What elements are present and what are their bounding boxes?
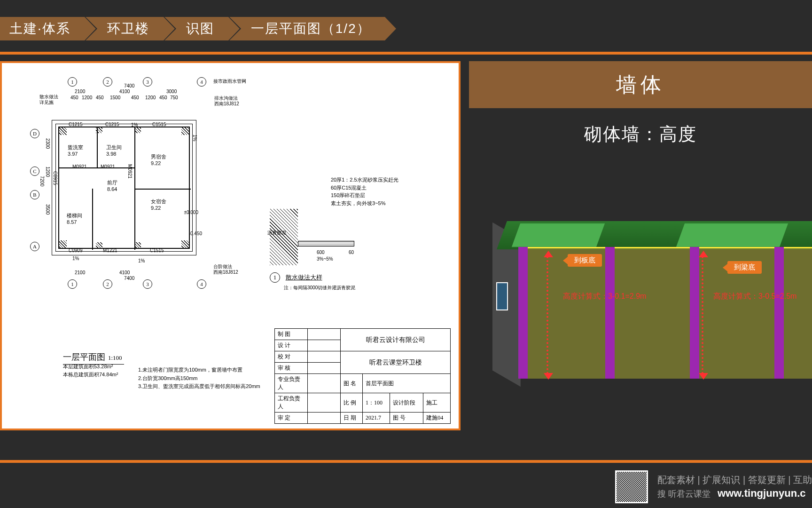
grid-bubble-C: C: [30, 167, 39, 176]
dim: 450: [159, 95, 167, 100]
door-tag: M0921: [127, 164, 133, 179]
main-content: 1 2 3 4 A B C D 2100 4100 3000 7400 450 …: [0, 61, 812, 452]
slope-label: 1%: [192, 135, 197, 141]
step-ref: 西南18J812: [213, 269, 238, 276]
grid-bubble-1: 1: [68, 77, 77, 87]
dim-left: 1200: [45, 167, 50, 177]
grid-bubble-4b: 4: [197, 279, 206, 289]
window: [496, 282, 508, 310]
dim-left: 2300: [45, 138, 50, 149]
window-tag: C1515: [152, 122, 166, 127]
callout-to-beam: 到梁底: [727, 261, 762, 274]
soil-hatch: [270, 209, 298, 265]
column-hatch: [134, 127, 141, 133]
dim-top-total: 7400: [124, 83, 134, 88]
dim: 450: [131, 95, 139, 100]
room-toilet: 卫生间3.98: [106, 144, 122, 157]
dim-top: 3000: [166, 89, 177, 94]
grid-bubble-4: 4: [197, 77, 206, 87]
dim-top: 2100: [75, 89, 85, 94]
building-roof: [497, 221, 812, 249]
qr-code[interactable]: [615, 470, 648, 503]
floor-plan-panel: 1 2 3 4 A B C D 2100 4100 3000 7400 450 …: [0, 61, 461, 430]
footer-url: 搜 听君云课堂 www.tingjunyun.c: [657, 486, 812, 501]
dim-left-total: 7200: [39, 176, 45, 186]
grid-bubble-3: 3: [143, 77, 152, 87]
dim: 1200: [82, 95, 92, 100]
pipe-note: 接市政雨水管网: [213, 78, 246, 85]
detail-dim: 60: [349, 250, 354, 255]
detail-title: 1 散水做法大样: [270, 272, 420, 283]
section-subtitle: 砌体墙：高度: [469, 122, 812, 146]
grid-bubble-3b: 3: [143, 279, 152, 289]
height-formula-1: 高度计算式：3-0.1=2.9m: [563, 292, 646, 302]
wall: [92, 189, 93, 250]
column-hatch: [96, 242, 102, 249]
grid-bubble-B: B: [30, 190, 39, 199]
wall: [97, 127, 98, 167]
column: [605, 247, 615, 379]
height-formula-2: 高度计算式：3-0.5=2.5m: [713, 292, 796, 302]
model-3d: 到板底 到梁底 高度计算式：3-0.1=2.9m 高度计算式：3-0.5=2.5…: [469, 193, 812, 430]
detail-footnote: 注：每间隔3000切缝并灌沥青胶泥: [284, 285, 420, 291]
footer: 配套素材 | 扩展知识 | 答疑更新 | 互助 搜 听君云课堂 www.ting…: [615, 466, 812, 508]
column-hatch: [96, 127, 102, 133]
detail-drawing: 600 60 3%~5% 沥青胶泥: [270, 195, 364, 265]
wall: [59, 167, 134, 168]
plan-notes: 1.未注明者门限宽度为100mm，窗居墙中布置 2.台阶宽300mm高150mm…: [138, 366, 260, 391]
column: [690, 247, 699, 379]
building-model: 到板底 到梁底 高度计算式：3-0.1=2.9m 高度计算式：3-0.5=2.5…: [478, 221, 812, 400]
column: [518, 247, 528, 379]
dim-bot-total: 7400: [124, 276, 134, 281]
grid-bubble-D: D: [30, 129, 39, 138]
dim: 450: [70, 95, 78, 100]
room-male-dorm: 男宿舍9.22: [151, 153, 166, 166]
asphalt-label: 沥青胶泥: [267, 230, 286, 236]
elev-drop: -0.450: [189, 231, 202, 236]
window-tag: C1215: [105, 122, 119, 127]
slope-label: 1%: [138, 258, 145, 263]
building-wall: [518, 247, 812, 379]
dim-top: 4100: [119, 89, 130, 94]
ref-note: 西南18J812: [214, 101, 239, 107]
dim-bot: 2100: [75, 270, 85, 275]
wall: [134, 127, 135, 250]
height-arrow-2: [702, 256, 703, 374]
detail-dim: 600: [317, 250, 325, 255]
detail-ref: 详见施: [39, 99, 54, 106]
floor-plan: 1 2 3 4 A B C D 2100 4100 3000 7400 450 …: [49, 72, 227, 308]
title-block: 制 图听君云设计有限公司 设 计 校 对听君云课堂环卫楼 审 核 专业负责人图 …: [274, 328, 451, 424]
slope-label: 1%: [72, 256, 79, 261]
plan-outline: 盥洗室3.97 卫生间3.98 男宿舍9.22 前厅8.64 女宿舍9.22 楼…: [58, 127, 190, 249]
slab-layer: [298, 241, 354, 246]
links-row[interactable]: 配套素材 | 扩展知识 | 答疑更新 | 互助: [657, 473, 812, 486]
dim-left: 3500: [45, 204, 50, 214]
elev-zero: ±0.000: [184, 210, 198, 215]
grid-bubble-1b: 1: [68, 279, 77, 289]
breadcrumb-nav: 土建·体系 环卫楼 识图 一层平面图（1/2）: [0, 17, 385, 40]
crumb-system[interactable]: 土建·体系: [0, 17, 85, 40]
footer-links: 配套素材 | 扩展知识 | 答疑更新 | 互助 搜 听君云课堂 www.ting…: [657, 473, 812, 501]
column-hatch: [134, 242, 141, 249]
company-name: 听君云设计有限公司: [341, 329, 451, 351]
divider-top: [0, 52, 812, 55]
grid-bubble-A: A: [30, 242, 39, 251]
wall: [134, 189, 191, 190]
dim: 1200: [145, 95, 156, 100]
column-hatch: [181, 240, 190, 249]
column: [774, 247, 784, 379]
room-female-dorm: 女宿舍9.22: [151, 198, 166, 211]
plan-area-text: 本层建筑面积53.28m² 本栋总建筑面积74.84m²: [63, 363, 118, 379]
window-tag: C0909: [69, 248, 82, 253]
slope-dim: 3%~5%: [317, 256, 333, 262]
room-lobby: 前厅8.64: [107, 179, 117, 192]
column-hatch: [58, 240, 67, 249]
crumb-page[interactable]: 一层平面图（1/2）: [228, 17, 385, 40]
grid-bubble-2: 2: [103, 77, 112, 87]
dim: 1500: [110, 95, 120, 100]
room-stairwell: 楼梯间8.57: [67, 212, 82, 225]
door-tag: M1221: [103, 248, 117, 253]
slope-label: 1%: [131, 122, 138, 127]
info-panel: 墙体 砌体墙：高度 到板底 到梁底 高度计算式：3-0.: [469, 61, 812, 430]
divider-bottom: [0, 460, 812, 463]
